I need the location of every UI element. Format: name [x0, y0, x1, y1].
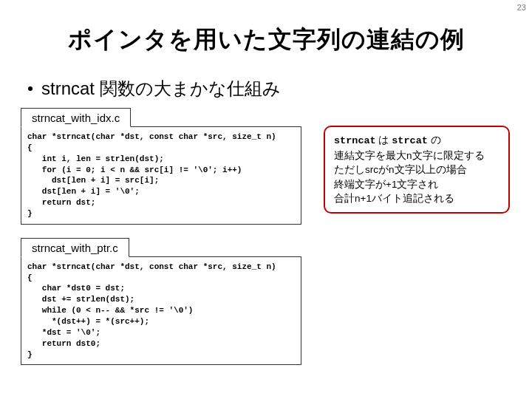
note-code-strcat: strcat: [392, 135, 428, 146]
note-line-5: 合計n+1バイト追記される: [334, 193, 454, 204]
slide-subtitle: strncat 関数の大まかな仕組み: [28, 77, 532, 100]
note-code-strncat: strncat: [334, 135, 376, 146]
subtitle-text: strncat 関数の大まかな仕組み: [41, 78, 281, 98]
note-text: は: [376, 134, 392, 146]
note-text: の: [428, 134, 441, 146]
code-box-1: char *strncat(char *dst, const char *src…: [21, 126, 301, 225]
note-line-2: 連結文字を最大n文字に限定する: [334, 150, 485, 161]
note-callout: strncat は strcat の 連結文字を最大n文字に限定する ただしsr…: [324, 126, 510, 214]
filename-tab-2: strncat_with_ptr.c: [21, 238, 129, 257]
filename-tab-1: strncat_with_idx.c: [21, 108, 131, 127]
bullet-icon: [28, 86, 33, 91]
code-block-2: strncat_with_ptr.c char *strncat(char *d…: [21, 238, 532, 366]
page-number: 23: [517, 3, 526, 12]
code-box-2: char *strncat(char *dst, const char *src…: [21, 256, 301, 366]
note-line-4: 終端文字が+1文字され: [334, 179, 438, 190]
slide-title: ポインタを用いた文字列の連結の例: [0, 24, 532, 56]
note-line-3: ただしsrcがn文字以上の場合: [334, 164, 467, 175]
